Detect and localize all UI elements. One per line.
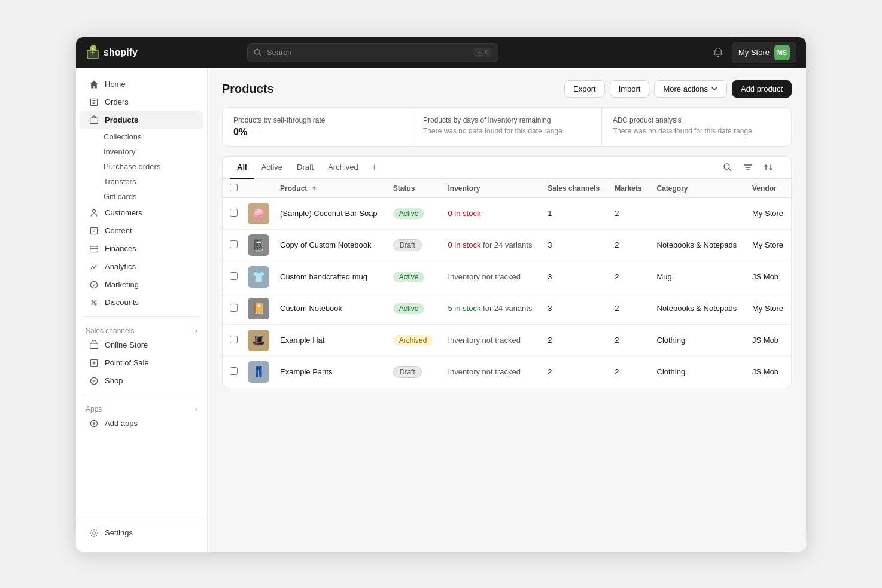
vendor-value: JS Mob xyxy=(752,272,778,281)
vendor-value: JS Mob xyxy=(752,336,778,345)
sidebar-item-shop[interactable]: Shop xyxy=(80,372,203,390)
export-button[interactable]: Export xyxy=(564,80,605,98)
sidebar-label-point-of-sale: Point of Sale xyxy=(105,358,149,367)
page-title: Products xyxy=(222,82,274,96)
notifications-button[interactable] xyxy=(710,45,726,60)
col-product[interactable]: Product xyxy=(273,179,386,197)
search-input[interactable] xyxy=(267,48,469,57)
add-product-button[interactable]: Add product xyxy=(732,80,792,98)
sidebar-label-analytics: Analytics xyxy=(105,262,136,271)
tab-all[interactable]: All xyxy=(230,157,254,179)
sidebar-label-discounts: Discounts xyxy=(105,298,139,307)
col-category: Category xyxy=(650,179,746,197)
row-checkbox[interactable] xyxy=(230,272,238,280)
product-name[interactable]: Custom Notebook xyxy=(280,304,342,313)
bell-icon xyxy=(713,47,723,58)
sidebar-item-customers[interactable]: Customers xyxy=(80,204,203,222)
sidebar-apps: Apps › Add apps xyxy=(76,398,207,435)
sidebar-item-analytics[interactable]: Analytics xyxy=(80,258,203,276)
sidebar-item-marketing[interactable]: Marketing xyxy=(80,276,203,294)
pos-icon xyxy=(89,358,99,368)
chevron-down-icon xyxy=(711,85,718,92)
search-icon xyxy=(254,48,262,57)
sidebar-item-purchase-orders[interactable]: Purchase orders xyxy=(98,159,203,174)
sidebar-label-marketing: Marketing xyxy=(105,280,139,289)
sidebar-label-online-store: Online Store xyxy=(105,340,148,349)
tab-archived[interactable]: Archived xyxy=(321,157,366,179)
sidebar-item-orders[interactable]: Orders xyxy=(80,93,203,111)
inventory-suffix: for 24 variants xyxy=(480,304,532,313)
analytics-card-sellthrough-value: 0% — xyxy=(233,127,401,138)
inventory-value[interactable]: 0 in stock xyxy=(448,209,481,218)
filter-icon xyxy=(743,163,753,172)
product-name[interactable]: (Sample) Coconut Bar Soap xyxy=(280,209,378,218)
sidebar-item-home[interactable]: Home xyxy=(80,75,203,93)
sidebar: Home Orders Products Collections Invento… xyxy=(76,68,208,552)
col-select-all xyxy=(223,179,244,197)
row-checkbox[interactable] xyxy=(230,240,238,248)
sidebar-item-finances[interactable]: Finances xyxy=(80,240,203,258)
filter-table-button[interactable] xyxy=(740,160,756,175)
select-all-checkbox[interactable] xyxy=(230,184,238,191)
sidebar-item-discounts[interactable]: Discounts xyxy=(80,294,203,312)
svg-point-7 xyxy=(93,209,96,212)
svg-point-17 xyxy=(93,532,95,534)
main-header: Products Export Import More actions Add … xyxy=(208,68,806,107)
tab-active[interactable]: Active xyxy=(254,157,290,179)
product-name[interactable]: Copy of Custom Notebook xyxy=(280,240,371,249)
table-toolbar xyxy=(712,157,784,178)
row-checkbox[interactable] xyxy=(230,209,238,217)
sidebar-item-collections[interactable]: Collections xyxy=(98,129,203,144)
sidebar-bottom: Settings xyxy=(76,519,207,547)
status-badge: Active xyxy=(393,272,425,282)
tab-draft[interactable]: Draft xyxy=(290,157,321,179)
sidebar-item-transfers[interactable]: Transfers xyxy=(98,174,203,189)
product-name[interactable]: Example Hat xyxy=(280,336,324,345)
product-name[interactable]: Custom handcrafted mug xyxy=(280,272,367,281)
sidebar-item-add-apps[interactable]: Add apps xyxy=(80,415,203,432)
sidebar-label-products: Products xyxy=(105,115,138,124)
sales-channels-expand[interactable]: › xyxy=(195,327,197,335)
analytics-card-sellthrough-title: Products by sell-through rate xyxy=(233,116,401,124)
row-checkbox[interactable] xyxy=(230,336,238,343)
shopify-bag-icon: S xyxy=(86,45,100,60)
analytics-card-days-remaining-sub: There was no data found for this date ra… xyxy=(423,127,591,135)
row-checkbox[interactable] xyxy=(230,367,238,375)
sidebar-item-settings[interactable]: Settings xyxy=(80,524,203,542)
sidebar-item-online-store[interactable]: Online Store xyxy=(80,336,203,354)
sidebar-item-content[interactable]: Content xyxy=(80,222,203,240)
search-table-icon xyxy=(723,163,732,172)
avatar: MS xyxy=(774,45,790,60)
sales-channels-value: 3 xyxy=(548,240,552,249)
svg-rect-8 xyxy=(90,227,97,234)
sidebar-item-point-of-sale[interactable]: Point of Sale xyxy=(80,354,203,372)
tab-add[interactable]: + xyxy=(366,157,383,178)
inventory-value[interactable]: 0 in stock xyxy=(448,240,481,249)
app-wrapper: S shopify ⌘ K My Store MS xyxy=(76,37,806,552)
inventory-value: Inventory not tracked xyxy=(448,367,521,376)
sort-table-button[interactable] xyxy=(760,160,777,175)
import-button[interactable]: Import xyxy=(610,80,650,98)
search-bar[interactable]: ⌘ K xyxy=(247,43,498,62)
store-button[interactable]: My Store MS xyxy=(732,42,796,63)
row-checkbox[interactable] xyxy=(230,304,238,312)
sales-channels-label: Sales channels › xyxy=(76,322,207,336)
product-name[interactable]: Example Pants xyxy=(280,367,332,376)
logo-text: shopify xyxy=(104,47,138,58)
apps-expand[interactable]: › xyxy=(195,405,197,413)
status-badge: Active xyxy=(393,303,425,314)
col-thumb xyxy=(244,179,273,197)
logo[interactable]: S shopify xyxy=(86,45,138,60)
sidebar-item-products[interactable]: Products xyxy=(80,111,203,129)
search-table-button[interactable] xyxy=(719,160,736,175)
sidebar-item-inventory[interactable]: Inventory xyxy=(98,144,203,159)
sales-channels-value: 2 xyxy=(548,367,552,376)
sidebar-item-gift-cards[interactable]: Gift cards xyxy=(98,189,203,204)
sidebar-label-orders: Orders xyxy=(105,98,129,106)
more-actions-button[interactable]: More actions xyxy=(654,80,726,98)
marketing-icon xyxy=(89,280,99,290)
vendor-value: My Store xyxy=(752,209,783,218)
markets-value: 2 xyxy=(615,272,619,281)
products-table: Product Status Inventory Sales channels … xyxy=(223,179,791,388)
product-thumb: 🧼 xyxy=(248,203,269,224)
